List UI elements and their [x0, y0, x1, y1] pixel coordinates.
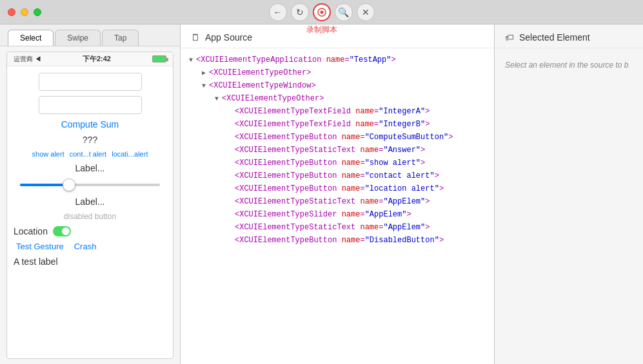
- phone-body: Compute Sum ??? show alert cont...t aler…: [7, 66, 173, 358]
- tag-icon: 🏷: [505, 32, 514, 43]
- answer-label: ???: [14, 135, 166, 145]
- label2-text: Label...: [14, 196, 166, 207]
- show-alert-button[interactable]: show alert: [32, 150, 64, 158]
- tree-node[interactable]: ▼<XCUIElementTypeWindow>: [181, 79, 494, 92]
- eye-button[interactable]: [313, 3, 331, 21]
- tree-node-tag: <XCUIElementTypeButton name="ComputeSumB…: [235, 133, 453, 142]
- toolbar-buttons: ← ↻ 🔍 ✕: [269, 3, 375, 21]
- tree-node-tag: <XCUIElementTypeApplication name="TestAp…: [196, 55, 396, 64]
- tree-toggle-arrow[interactable]: ▼: [186, 57, 196, 64]
- right-panel-body: Select an element in the source to b: [495, 48, 643, 364]
- tree-node[interactable]: <XCUIElementTypeStaticText name="AppElem…: [181, 195, 494, 208]
- node-attr: name: [342, 184, 361, 193]
- tree-node[interactable]: <XCUIElementTypeButton name="contact ale…: [181, 169, 494, 182]
- tab-swipe[interactable]: Swipe: [55, 30, 101, 46]
- tree-node[interactable]: <XCUIElementTypeSlider name="AppElem">: [181, 208, 494, 221]
- search-button[interactable]: 🔍: [335, 3, 353, 21]
- tree-node[interactable]: <XCUIElementTypeTextField name="IntegerA…: [181, 105, 494, 118]
- node-val: "contact alert": [365, 171, 435, 180]
- tab-tap[interactable]: Tap: [102, 30, 139, 46]
- tree-node-tag: <XCUIElementTypeButton name="show alert"…: [235, 158, 425, 168]
- tree-node-tag: <XCUIElementTypeTextField name="IntegerB…: [235, 120, 430, 129]
- gesture-crash-row: Test Gesture Crash: [14, 242, 166, 251]
- slider-thumb[interactable]: [63, 178, 75, 191]
- tree-node[interactable]: <XCUIElementTypeButton name="location al…: [181, 182, 494, 195]
- tree-node[interactable]: ▶<XCUIElementTypeOther>: [181, 66, 494, 79]
- selected-element-header: 🏷 Selected Element: [495, 24, 643, 48]
- node-val: "IntegerA": [379, 107, 425, 116]
- node-attr: name: [360, 146, 379, 155]
- node-attr: name: [360, 197, 379, 206]
- main-content: Select Swipe Tap 运营商 ◀ 下午2:42 Compute Su…: [0, 24, 643, 364]
- compute-sum-button[interactable]: Compute Sum: [14, 119, 166, 129]
- crash-button[interactable]: Crash: [74, 242, 97, 251]
- battery-icon: [152, 55, 166, 62]
- node-attr: name: [326, 55, 345, 64]
- node-val: "AppElem": [383, 197, 425, 206]
- node-attr: name: [342, 158, 361, 168]
- minimize-window-button[interactable]: [21, 8, 28, 16]
- integer-b-field[interactable]: [39, 96, 142, 114]
- tree-node[interactable]: <XCUIElementTypeButton name="ComputeSumB…: [181, 131, 494, 144]
- slider-container: [14, 178, 166, 191]
- node-attr: name: [342, 236, 361, 245]
- node-val: "AppElem": [365, 210, 407, 219]
- close-toolbar-button[interactable]: ✕: [357, 3, 375, 21]
- tree-node[interactable]: <XCUIElementTypeButton name="DisabledBut…: [181, 234, 494, 247]
- tree-node[interactable]: <XCUIElementTypeTextField name="IntegerB…: [181, 118, 494, 131]
- tree-toggle-arrow[interactable]: ▼: [212, 95, 222, 102]
- carrier-text: 运营商 ◀: [14, 55, 41, 64]
- node-attr: name: [342, 171, 361, 180]
- maximize-window-button[interactable]: [34, 8, 41, 16]
- phone-screen: 运营商 ◀ 下午2:42 Compute Sum ??? show alert …: [6, 52, 173, 359]
- node-val: "IntegerB": [379, 120, 425, 129]
- node-val: "location alert": [365, 184, 439, 193]
- source-tree: ▼<XCUIElementTypeApplication name="TestA…: [181, 48, 494, 364]
- tree-node-tag: <XCUIElementTypeTextField name="IntegerA…: [235, 107, 430, 116]
- refresh-button[interactable]: ↻: [291, 3, 309, 21]
- node-attr: name: [342, 210, 361, 219]
- selected-hint-text: Select an element in the source to b: [505, 61, 628, 70]
- window-controls: [8, 8, 41, 16]
- test-gesture-button[interactable]: Test Gesture: [16, 242, 64, 251]
- close-window-button[interactable]: [8, 8, 15, 16]
- integer-a-field[interactable]: [39, 73, 142, 91]
- slider-fill: [20, 184, 69, 186]
- disabled-button-text: disabled button: [14, 212, 166, 221]
- tree-node-tag: <XCUIElementTypeButton name="location al…: [235, 184, 444, 193]
- tree-node-tag: <XCUIElementTypeStaticText name="Answer"…: [235, 146, 425, 155]
- location-alert-button[interactable]: locati...alert: [112, 150, 148, 158]
- tree-node[interactable]: <XCUIElementTypeButton name="show alert"…: [181, 157, 494, 169]
- back-button[interactable]: ←: [269, 3, 287, 21]
- node-attr: name: [360, 223, 379, 232]
- tab-select[interactable]: Select: [8, 30, 54, 46]
- contact-alert-button[interactable]: cont...t alert: [70, 150, 106, 158]
- tree-toggle-arrow[interactable]: ▶: [199, 69, 209, 77]
- toggle-thumb: [62, 227, 70, 235]
- tree-node-tag: <XCUIElementTypeOther>: [222, 94, 324, 103]
- tree-node[interactable]: <XCUIElementTypeStaticText name="AppElem…: [181, 221, 494, 234]
- location-label: Location: [14, 226, 48, 236]
- tree-node-tag: <XCUIElementTypeSlider name="AppElem">: [235, 210, 411, 219]
- label1-text: Label...: [14, 163, 166, 173]
- left-panel: Select Swipe Tap 运营商 ◀ 下午2:42 Compute Su…: [0, 24, 181, 364]
- title-bar: ← ↻ 🔍 ✕: [0, 0, 643, 24]
- tree-toggle-arrow[interactable]: ▼: [199, 82, 209, 90]
- node-attr: name: [342, 133, 361, 142]
- tree-node-tag: <XCUIElementTypeButton name="contact ale…: [235, 171, 439, 180]
- right-panel: 🏷 Selected Element Select an element in …: [495, 24, 643, 364]
- test-label-text: A test label: [14, 256, 166, 267]
- node-val: "DisabledButton": [365, 236, 439, 245]
- tree-node[interactable]: <XCUIElementTypeStaticText name="Answer"…: [181, 144, 494, 157]
- tree-node[interactable]: ▼<XCUIElementTypeOther>: [181, 92, 494, 105]
- selected-element-title: Selected Element: [519, 32, 590, 43]
- tree-node-tag: <XCUIElementTypeOther>: [209, 68, 311, 77]
- tree-node[interactable]: ▼<XCUIElementTypeApplication name="TestA…: [181, 53, 494, 66]
- toggle-switch[interactable]: [53, 226, 71, 236]
- slider-track[interactable]: [20, 184, 160, 186]
- node-attr: name: [355, 107, 374, 116]
- tree-node-tag: <XCUIElementTypeButton name="DisabledBut…: [235, 236, 444, 245]
- node-val: "Answer": [383, 146, 420, 155]
- app-source-title: App Source: [205, 32, 252, 43]
- phone-status-bar: 运营商 ◀ 下午2:42: [7, 52, 173, 66]
